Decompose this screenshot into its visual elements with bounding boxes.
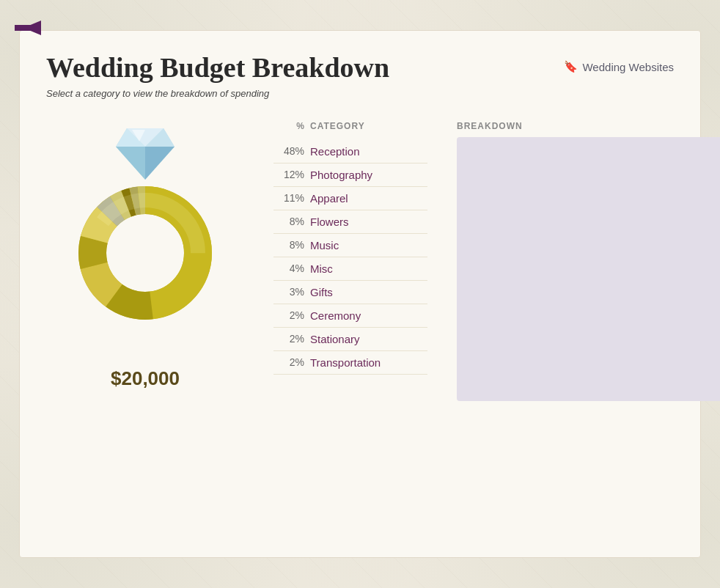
row-label: Ceremony [310, 309, 427, 322]
card-header: Wedding Budget Breakdown 🔖 Wedding Websi… [46, 53, 674, 84]
row-pct: 8% [273, 239, 310, 251]
breakdown-panel [457, 137, 720, 401]
row-label: Apparel [310, 192, 427, 205]
wedding-websites-link[interactable]: 🔖 Wedding Websites [564, 60, 674, 73]
table-row[interactable]: 8% Flowers [273, 210, 427, 234]
table-row[interactable]: 8% Music [273, 234, 427, 257]
svg-rect-1 [15, 25, 31, 31]
row-label: Photography [310, 169, 427, 181]
row-pct: 12% [273, 169, 310, 180]
breakdown-header: BREAKDOWN [457, 121, 720, 131]
row-pct: 2% [273, 309, 310, 321]
budget-amount: $20,000 [111, 367, 180, 390]
row-label: Music [310, 239, 427, 251]
row-pct: 3% [273, 286, 310, 298]
main-card: Wedding Budget Breakdown 🔖 Wedding Websi… [19, 30, 701, 558]
category-table: % CATEGORY 48% Reception 12% Photography… [273, 121, 427, 375]
table-row[interactable]: 3% Gifts [273, 281, 427, 304]
ring-section: $20,000 [46, 121, 244, 390]
row-pct: 11% [273, 192, 310, 204]
diamond-icon [101, 121, 189, 187]
subtitle: Select a category to view the breakdown … [46, 88, 674, 99]
table-row[interactable]: 2% Stationary [273, 328, 427, 351]
ring-container [57, 121, 233, 356]
row-label: Transportation [310, 356, 427, 369]
row-pct: 4% [273, 262, 310, 274]
row-label: Flowers [310, 216, 427, 228]
table-row[interactable]: 2% Ceremony [273, 304, 427, 328]
svg-marker-7 [145, 147, 175, 180]
table-row[interactable]: 12% Photography [273, 163, 427, 187]
row-label: Reception [310, 145, 427, 158]
donut-chart [72, 180, 218, 326]
table-header: % CATEGORY [273, 121, 427, 134]
bookmark-icon: 🔖 [564, 60, 578, 73]
table-row[interactable]: 4% Misc [273, 257, 427, 281]
table-row[interactable]: 48% Reception [273, 140, 427, 163]
table-row[interactable]: 11% Apparel [273, 187, 427, 210]
pct-header: % [273, 121, 310, 131]
row-pct: 2% [273, 356, 310, 368]
row-label: Misc [310, 262, 427, 275]
row-pct: 8% [273, 216, 310, 227]
row-label: Gifts [310, 286, 427, 298]
breakdown-section: BREAKDOWN [457, 121, 720, 401]
wedding-websites-label: Wedding Websites [582, 61, 674, 73]
row-label: Stationary [310, 333, 427, 345]
category-rows: 48% Reception 12% Photography 11% Appare… [273, 140, 427, 375]
row-pct: 48% [273, 145, 310, 157]
svg-marker-6 [116, 147, 145, 180]
page-title: Wedding Budget Breakdown [46, 53, 389, 84]
svg-point-21 [107, 215, 183, 291]
row-pct: 2% [273, 333, 310, 345]
category-header: CATEGORY [310, 121, 427, 131]
content-area: $20,000 % CATEGORY 48% Reception 12% Pho… [46, 121, 674, 401]
table-row[interactable]: 2% Transportation [273, 351, 427, 375]
back-button[interactable] [15, 15, 41, 41]
